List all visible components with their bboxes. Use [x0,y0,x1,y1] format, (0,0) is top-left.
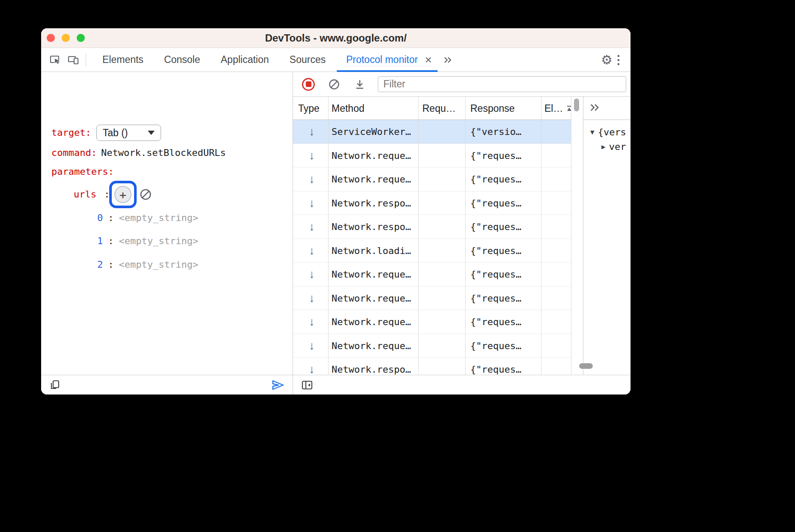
record-stop-icon [302,78,315,91]
tab-console[interactable]: Console [154,48,210,72]
tree-child-row[interactable]: ▶ ver [601,140,626,153]
type-arrow-icon: ↓ [306,339,318,352]
type-arrow-icon: ↓ [306,315,318,329]
table-row[interactable]: ↓ Network.reque… {"reques… [293,263,571,287]
cell-method: ServiceWorker… [332,126,417,137]
cell-method: Network.reque… [332,269,417,280]
url-value[interactable]: <empty_string> [119,211,198,225]
toolbar-separator [86,54,86,66]
column-divider [465,97,466,375]
cell-method: Network.reque… [332,293,417,303]
horizontal-scrollbar-thumb[interactable] [579,363,593,369]
device-toolbar-button[interactable] [64,51,82,69]
column-divider [328,97,329,375]
grid-header: Type Method Requ… Response El… [293,97,571,120]
monitor-toolbar [293,72,631,97]
cell-method: Network.respo… [332,364,417,375]
desktop-background: DevTools - www.google.com/ Elements Cons… [0,0,795,532]
table-row[interactable]: ↓ ServiceWorker… {"versio… [293,120,571,144]
cell-method: Network.loadi… [332,245,417,256]
type-arrow-icon: ↓ [306,173,318,186]
protocol-monitor-pane: Type Method Requ… Response El… ↓ Service… [293,72,631,395]
kebab-menu-icon: ⋮ [613,53,625,66]
column-header-method[interactable]: Method [332,97,365,120]
type-arrow-icon: ↓ [306,363,318,375]
tab-elements[interactable]: Elements [92,48,154,72]
tab-sources[interactable]: Sources [279,48,336,72]
download-icon [353,78,366,91]
send-command-button[interactable] [270,378,285,392]
menu-button[interactable]: ⋮ [613,53,625,67]
details-header [583,97,631,120]
copy-icon [49,379,61,391]
url-value[interactable]: <empty_string> [119,258,198,272]
urls-label: urls [74,188,96,201]
devtools-window: DevTools - www.google.com/ Elements Cons… [41,28,631,395]
tab-label: Sources [290,54,326,66]
save-button[interactable] [351,76,368,93]
close-tab-icon[interactable]: × [425,54,432,66]
table-row[interactable]: ↓ Network.loadi… {"reques… [293,239,571,263]
target-select[interactable]: Tab () [96,125,161,141]
command-value[interactable]: Network.setBlockedURLs [101,146,226,160]
chevron-down-icon [148,131,155,135]
table-row[interactable]: ↓ Network.respo… {"reques… [293,358,571,375]
expand-details-button[interactable] [589,102,601,115]
sort-ascending-icon [565,105,573,112]
cell-response: {"reques… [470,269,540,280]
column-label: Response [470,103,515,114]
table-row[interactable]: ↓ Network.reque… {"reques… [293,287,571,311]
column-header-request[interactable]: Requ… [422,97,456,120]
collapse-caret-icon: ▼ [590,128,595,136]
table-row[interactable]: ↓ Network.reque… {"reques… [293,334,571,358]
url-index: 0 [97,211,103,225]
cell-response: {"reques… [470,174,540,185]
tree-root-row[interactable]: ▼ {vers [590,125,626,139]
type-arrow-icon: ↓ [306,291,318,305]
column-header-response[interactable]: Response [470,97,515,120]
cell-response: {"reques… [470,150,540,161]
table-row[interactable]: ↓ Network.respo… {"reques… [293,191,571,215]
cell-response: {"reques… [470,317,540,327]
type-arrow-icon: ↓ [306,220,318,233]
column-header-elapsed[interactable]: El… [544,97,573,120]
url-value[interactable]: <empty_string> [119,234,198,248]
device-toolbar-icon [67,54,80,66]
vertical-scrollbar-thumb[interactable] [574,99,579,111]
table-row[interactable]: ↓ Network.reque… {"reques… [293,144,571,168]
cell-response: {"reques… [470,293,540,303]
clear-button[interactable] [326,76,343,93]
cell-response: {"reques… [470,197,540,208]
details-sidebar: ▼ {vers ▶ ver [583,97,631,375]
tab-label: Elements [102,54,143,66]
highlight-ring: + [109,181,137,208]
dock-sidebar-icon [301,379,314,392]
more-tabs-button[interactable] [439,51,457,69]
window-title: DevTools - www.google.com/ [41,28,631,48]
grid-rows: ↓ ServiceWorker… {"versio… ↓ Network.req… [293,120,571,375]
command-label: command: [51,146,97,160]
protocol-editor-pane: target: Tab () command: Network.setBlock… [41,72,293,395]
table-row[interactable]: ↓ Network.respo… {"reques… [293,215,571,239]
inspect-button[interactable] [46,51,64,69]
settings-button[interactable]: ⚙ [601,52,613,67]
monitor-footer [293,375,631,395]
cell-method: Network.reque… [332,174,417,185]
column-label: Method [332,103,365,114]
copy-command-button[interactable] [49,379,61,391]
toggle-sidebar-button[interactable] [301,379,314,392]
column-header-type[interactable]: Type [298,97,320,120]
titlebar: DevTools - www.google.com/ [41,28,631,48]
tree-child-text: ver [609,141,626,152]
column-divider [541,97,541,375]
add-url-button[interactable]: + [114,186,132,203]
tab-protocol-monitor[interactable]: Protocol monitor × [336,48,439,72]
record-button[interactable] [300,76,317,93]
tab-application[interactable]: Application [210,48,279,72]
table-row[interactable]: ↓ Network.reque… {"reques… [293,167,571,191]
target-label: target: [51,126,91,140]
clear-urls-button[interactable] [139,188,152,201]
filter-input[interactable] [378,76,626,92]
clear-icon [328,78,341,91]
table-row[interactable]: ↓ Network.reque… {"reques… [293,310,571,334]
